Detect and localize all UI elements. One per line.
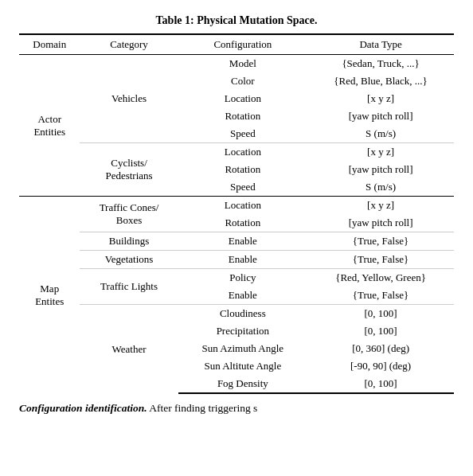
config-cell: Rotation xyxy=(178,107,308,125)
category-cell: Vehicles xyxy=(80,55,178,143)
datatype-cell: {True, False} xyxy=(307,251,454,269)
domain-cell: Actor Entities xyxy=(19,55,80,197)
col-datatype: Data Type xyxy=(307,34,454,55)
config-cell: Location xyxy=(178,197,308,215)
config-cell: Sun Azimuth Angle xyxy=(178,340,308,357)
bottom-normal: After finding triggering s xyxy=(147,402,258,414)
category-cell: Traffic Cones/ Boxes xyxy=(80,197,178,232)
config-cell: Enable xyxy=(178,251,308,269)
config-cell: Sun Altitute Angle xyxy=(178,357,308,375)
bottom-text: Configuration identification. After find… xyxy=(19,402,454,415)
config-cell: Color xyxy=(178,72,308,90)
datatype-cell: [-90, 90] (deg) xyxy=(307,357,454,375)
col-category: Category xyxy=(80,34,178,55)
datatype-cell: [x y z] xyxy=(307,90,454,107)
bottom-bold-italic: Configuration identification. xyxy=(19,402,147,414)
config-cell: Rotation xyxy=(178,214,308,232)
config-cell: Cloudiness xyxy=(178,305,308,323)
category-cell: Traffic Lights xyxy=(80,269,178,305)
config-cell: Enable xyxy=(178,232,308,251)
datatype-cell: [x y z] xyxy=(307,143,454,162)
config-cell: Enable xyxy=(178,287,308,305)
datatype-cell: S (m/s) xyxy=(307,178,454,197)
config-cell: Fog Density xyxy=(178,375,308,393)
datatype-cell: [0, 100] xyxy=(307,375,454,393)
datatype-cell: [yaw pitch roll] xyxy=(307,161,454,178)
datatype-cell: [0, 100] xyxy=(307,322,454,340)
config-cell: Precipitation xyxy=(178,322,308,340)
category-cell: Weather xyxy=(80,305,178,394)
datatype-cell: S (m/s) xyxy=(307,125,454,143)
datatype-cell: [yaw pitch roll] xyxy=(307,214,454,232)
datatype-cell: {Sedan, Truck, ...} xyxy=(307,55,454,73)
category-cell: Vegetations xyxy=(80,251,178,269)
table-title: Table 1: Physical Mutation Space. xyxy=(19,14,454,27)
datatype-cell: {True, False} xyxy=(307,232,454,251)
config-cell: Speed xyxy=(178,125,308,143)
datatype-cell: [0, 360] (deg) xyxy=(307,340,454,357)
config-cell: Speed xyxy=(178,178,308,197)
datatype-cell: {True, False} xyxy=(307,287,454,305)
col-configuration: Configuration xyxy=(178,34,308,55)
datatype-cell: [x y z] xyxy=(307,197,454,215)
config-cell: Model xyxy=(178,55,308,73)
col-domain: Domain xyxy=(19,34,80,55)
datatype-cell: {Red, Blue, Black, ...} xyxy=(307,72,454,90)
datatype-cell: [0, 100] xyxy=(307,305,454,323)
domain-cell: Map Entites xyxy=(19,197,80,394)
category-cell: Buildings xyxy=(80,232,178,251)
main-table: Domain Category Configuration Data Type … xyxy=(19,33,454,394)
category-cell: Cyclists/ Pedestrians xyxy=(80,143,178,197)
config-cell: Location xyxy=(178,143,308,162)
datatype-cell: [yaw pitch roll] xyxy=(307,107,454,125)
datatype-cell: {Red, Yellow, Green} xyxy=(307,269,454,287)
config-cell: Policy xyxy=(178,269,308,287)
config-cell: Rotation xyxy=(178,161,308,178)
config-cell: Location xyxy=(178,90,308,107)
